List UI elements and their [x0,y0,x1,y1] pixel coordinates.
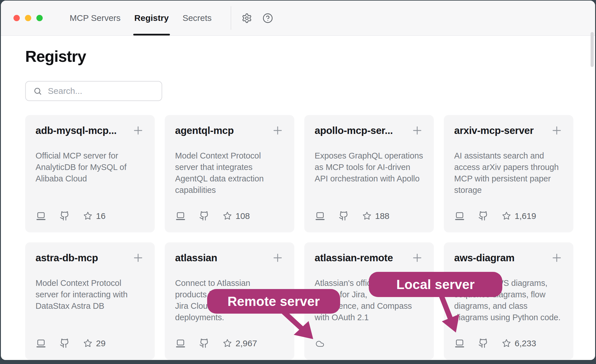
add-server-button[interactable] [411,252,424,265]
card-footer: 1,619 [454,211,563,221]
server-name: apollo-mcp-ser... [315,125,393,136]
card-footer: 2,967 [175,338,284,348]
laptop-icon [454,211,465,221]
titlebar-divider [231,6,231,30]
card-footer [315,339,424,348]
minimize-button[interactable] [25,15,31,21]
add-server-button[interactable] [411,124,424,138]
github-icon[interactable] [60,211,70,221]
help-button[interactable] [262,13,273,23]
server-name: atlassian-remote [315,252,393,264]
main-tabs: MCP Servers Registry Secrets [63,1,219,35]
card-header: astra-db-mcp [36,252,144,265]
star-icon [83,339,92,348]
card-header: arxiv-mcp-server [454,125,563,138]
add-server-button[interactable] [271,252,284,265]
plus-icon [411,124,424,137]
card-header: atlassian [175,252,284,265]
card-footer: 16 [36,211,144,221]
search-box [25,81,162,101]
search-input[interactable] [48,86,157,96]
server-card[interactable]: arxiv-mcp-server AI assistants search an… [444,115,573,232]
laptop-icon [315,211,326,221]
close-button[interactable] [13,15,20,21]
star-count: 6,233 [515,339,536,348]
server-description: Model Context Protocolserver for interac… [36,277,144,312]
card-footer: 6,233 [454,338,563,348]
server-card[interactable]: atlassian Connect to Atlassianproducts i… [165,242,294,360]
server-card[interactable]: apollo-mcp-ser... Exposes GraphQL operat… [304,115,434,232]
star-icon [223,339,232,348]
server-description: Connect to Atlassianproducts includingJi… [175,277,284,323]
server-description: Model Context Protocolserver that integr… [175,150,284,196]
star-count: 108 [236,211,250,221]
laptop-icon [175,339,186,348]
server-card[interactable]: aws-diagram Generate AWS diagrams,sequen… [444,242,573,360]
star-count: 16 [96,211,105,221]
server-name: astra-db-mcp [36,252,98,264]
laptop-icon [175,211,186,221]
add-server-button[interactable] [132,252,144,265]
github-icon[interactable] [478,338,488,348]
card-header: apollo-mcp-ser... [315,125,424,138]
server-name: aws-diagram [454,252,515,264]
github-icon[interactable] [339,211,349,221]
tab-mcp-servers[interactable]: MCP Servers [63,1,128,35]
card-footer: 29 [36,338,144,348]
add-server-button[interactable] [550,252,563,265]
registry-page: Registry adb-mysql-mcp... Official MCP s… [1,47,595,360]
star-count: 2,967 [236,339,257,348]
server-name: adb-mysql-mcp... [36,125,117,136]
server-description: Atlassian's official MCPserver for Jira,… [315,277,424,323]
server-description: AI assistants search andaccess arXiv pap… [454,150,563,196]
plus-icon [271,252,284,264]
card-header: agentql-mcp [175,125,284,138]
plus-icon [411,252,424,264]
plus-icon [550,124,563,137]
traffic-lights [13,15,43,21]
server-card[interactable]: adb-mysql-mcp... Official MCP server for… [25,115,155,232]
server-card[interactable]: agentql-mcp Model Context Protocolserver… [165,115,294,232]
star-group: 6,233 [502,339,536,348]
card-header: adb-mysql-mcp... [36,125,144,138]
server-card[interactable]: atlassian-remote Atlassian's official MC… [304,242,434,360]
card-footer: 108 [175,211,284,221]
server-description: Generate AWS diagrams,sequence diagrams,… [454,277,563,323]
star-group: 108 [223,211,250,221]
scrollbar-thumb[interactable] [591,32,594,67]
tab-secrets[interactable]: Secrets [176,1,219,35]
card-header: aws-diagram [454,252,563,265]
plus-icon [132,252,144,264]
settings-button[interactable] [242,13,252,23]
star-group: 29 [83,339,105,348]
github-icon[interactable] [60,338,70,348]
search-icon [33,87,42,96]
add-server-button[interactable] [132,124,144,138]
plus-icon [271,124,284,137]
card-header: atlassian-remote [315,252,424,265]
laptop-icon [454,339,465,348]
server-description: Official MCP server forAnalyticDB for My… [36,150,144,184]
laptop-icon [36,339,46,348]
server-grid: adb-mysql-mcp... Official MCP server for… [25,115,595,360]
help-circle-icon [262,13,273,23]
star-group: 1,619 [502,211,536,221]
add-server-button[interactable] [550,124,563,138]
github-icon[interactable] [478,211,488,221]
star-icon [83,211,92,220]
gear-icon [242,13,252,23]
plus-icon [550,252,563,264]
app-window: MCP Servers Registry Secrets Registry [1,1,595,360]
add-server-button[interactable] [271,124,284,138]
tab-registry[interactable]: Registry [128,1,176,35]
card-footer: 188 [315,211,424,221]
server-name: arxiv-mcp-server [454,125,534,136]
server-name: agentql-mcp [175,125,234,136]
star-group: 16 [83,211,105,221]
github-icon[interactable] [199,211,209,221]
star-icon [502,211,511,220]
zoom-button[interactable] [36,15,43,21]
star-count: 29 [96,339,105,348]
server-card[interactable]: astra-db-mcp Model Context Protocolserve… [25,242,155,360]
github-icon[interactable] [199,338,209,348]
